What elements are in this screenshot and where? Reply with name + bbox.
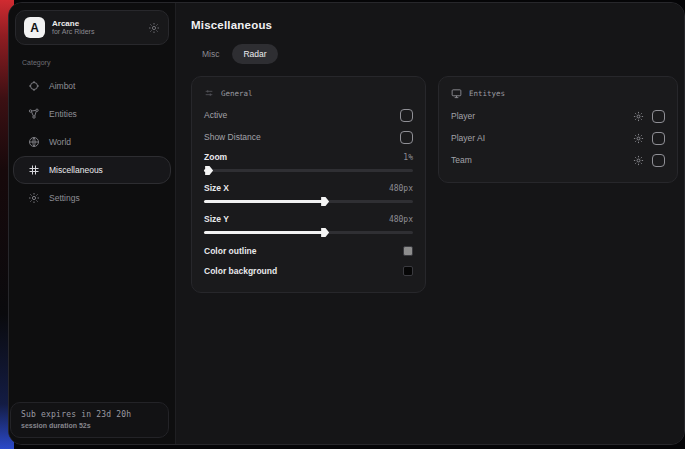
- gear-icon[interactable]: [148, 22, 160, 34]
- player-row: Player: [451, 105, 665, 127]
- gear-icon[interactable]: [633, 111, 644, 122]
- zoom-slider-thumb[interactable]: [205, 166, 213, 175]
- tab-misc[interactable]: Misc: [191, 44, 230, 64]
- gear-icon[interactable]: [633, 155, 644, 166]
- tab-radar[interactable]: Radar: [232, 44, 277, 64]
- player-ai-checkbox[interactable]: [652, 132, 665, 145]
- color-outline-label: Color outline: [204, 246, 256, 256]
- active-row: Active: [204, 104, 413, 126]
- player-label: Player: [451, 111, 475, 121]
- active-label: Active: [204, 110, 227, 120]
- size-x-slider-thumb[interactable]: [321, 197, 329, 206]
- app-header-card: A Arcane for Arc Riders: [15, 10, 169, 45]
- size-y-value: 480px: [389, 215, 413, 224]
- size-y-label: Size Y: [204, 214, 229, 224]
- size-x-label: Size X: [204, 183, 229, 193]
- grid-icon: [28, 164, 40, 176]
- card-title: Entityes: [469, 89, 505, 98]
- sidebar: A Arcane for Arc Riders Category: [9, 3, 176, 444]
- color-background-row: Color background: [204, 261, 413, 281]
- entities-card: Entityes Player: [438, 76, 678, 183]
- session-duration-text: session duration 52s: [21, 422, 158, 429]
- show-distance-label: Show Distance: [204, 132, 261, 142]
- sidebar-nav: Aimbot Entities: [9, 72, 175, 212]
- app-logo: A: [24, 17, 45, 38]
- page-title: Miscellaneous: [191, 19, 678, 31]
- subscription-info-card: Sub expires in 23d 20h session duration …: [10, 402, 169, 438]
- gear-icon: [28, 192, 40, 204]
- zoom-row: Zoom 1%: [204, 148, 413, 166]
- app-subtitle: for Arc Riders: [52, 28, 141, 36]
- sidebar-item-world[interactable]: World: [13, 128, 171, 156]
- general-card: General Active Show Distance Zoom 1%: [191, 76, 426, 293]
- monitor-icon: [451, 88, 462, 99]
- category-label: Category: [22, 59, 175, 66]
- show-distance-checkbox[interactable]: [400, 131, 413, 144]
- app-title: Arcane: [52, 19, 141, 28]
- size-y-slider-thumb[interactable]: [321, 228, 329, 237]
- size-x-slider[interactable]: [204, 200, 413, 203]
- color-background-label: Color background: [204, 266, 277, 276]
- globe-icon: [28, 136, 40, 148]
- gear-icon[interactable]: [633, 133, 644, 144]
- crosshair-icon: [28, 80, 40, 92]
- sidebar-item-aimbot[interactable]: Aimbot: [13, 72, 171, 100]
- color-outline-swatch[interactable]: [403, 246, 413, 256]
- size-x-value: 480px: [389, 184, 413, 193]
- sidebar-item-entities[interactable]: Entities: [13, 100, 171, 128]
- size-y-slider[interactable]: [204, 231, 413, 234]
- app-window: A Arcane for Arc Riders Category: [8, 2, 685, 445]
- sidebar-item-label: Settings: [49, 193, 80, 203]
- team-row: Team: [451, 149, 665, 171]
- sliders-icon: [204, 88, 214, 98]
- team-label: Team: [451, 155, 472, 165]
- color-outline-row: Color outline: [204, 241, 413, 261]
- sidebar-item-label: Entities: [49, 109, 77, 119]
- sidebar-item-label: World: [49, 137, 71, 147]
- sidebar-item-label: Aimbot: [49, 81, 75, 91]
- team-checkbox[interactable]: [652, 154, 665, 167]
- network-icon: [28, 108, 40, 120]
- size-x-row: Size X 480px: [204, 179, 413, 197]
- card-title: General: [221, 89, 253, 98]
- active-checkbox[interactable]: [400, 109, 413, 122]
- sidebar-item-label: Miscellaneous: [49, 165, 103, 175]
- show-distance-row: Show Distance: [204, 126, 413, 148]
- player-ai-row: Player AI: [451, 127, 665, 149]
- sidebar-item-settings[interactable]: Settings: [13, 184, 171, 212]
- zoom-label: Zoom: [204, 152, 227, 162]
- color-background-swatch[interactable]: [403, 266, 413, 276]
- zoom-slider[interactable]: [204, 169, 413, 172]
- size-y-row: Size Y 480px: [204, 210, 413, 228]
- screen: A Arcane for Arc Riders Category: [0, 0, 685, 449]
- main-content: Miscellaneous Misc Radar General: [176, 3, 685, 444]
- player-ai-label: Player AI: [451, 133, 485, 143]
- tab-bar: Misc Radar: [191, 44, 678, 64]
- sidebar-item-miscellaneous[interactable]: Miscellaneous: [13, 156, 171, 184]
- zoom-value: 1%: [403, 153, 413, 162]
- player-checkbox[interactable]: [652, 110, 665, 123]
- sub-expiry-text: Sub expires in 23d 20h: [21, 410, 158, 419]
